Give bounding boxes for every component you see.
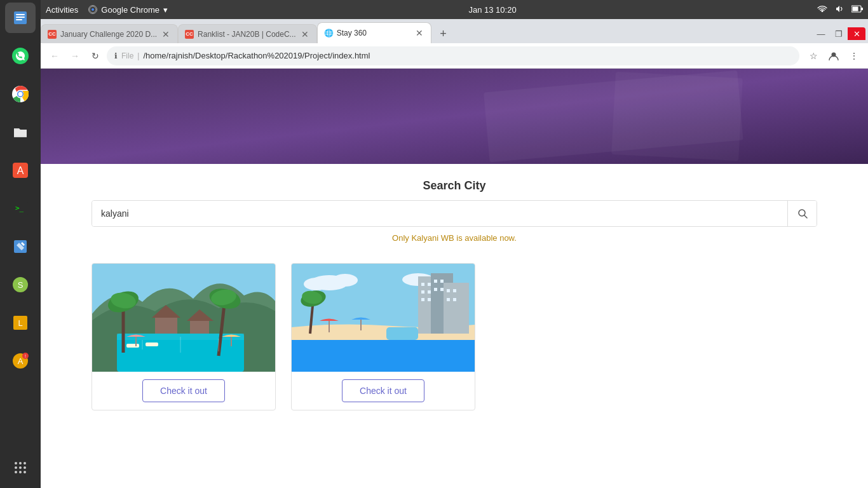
taskbar-grid-dots[interactable]: [5, 452, 36, 483]
system-topbar: Activities Google Chrome ▾ Jan 13 10:20: [41, 0, 868, 19]
address-input-wrapper[interactable]: ℹ File | /home/rajnish/Desktop/Rackathon…: [107, 46, 799, 65]
forward-button[interactable]: →: [66, 47, 84, 65]
svg-rect-75: [434, 288, 437, 291]
card-body-1: Check it out: [92, 372, 275, 410]
svg-text:>_: >_: [15, 204, 24, 212]
taskbar-icon-terminal[interactable]: >_: [5, 193, 36, 224]
svg-rect-52: [126, 344, 139, 348]
profile-button[interactable]: [825, 47, 843, 65]
property-card-2: Check it out: [291, 263, 475, 410]
tab-close-2[interactable]: ✕: [300, 29, 310, 39]
svg-text:!: !: [25, 354, 26, 358]
cards-section: Check it out: [41, 253, 868, 426]
address-right-icons: ☆ ⋮: [804, 47, 863, 65]
system-tray: [817, 4, 863, 15]
secure-icon: ℹ: [114, 51, 118, 60]
svg-rect-36: [41, 69, 868, 164]
check-out-button-2[interactable]: Check it out: [342, 379, 424, 402]
address-url[interactable]: /home/rajnish/Desktop/Rackathon%202019/P…: [143, 51, 792, 60]
svg-rect-74: [428, 290, 431, 294]
taskbar-icon-libreoffice[interactable]: L: [5, 308, 36, 338]
taskbar: A >_ S L A!: [0, 0, 41, 488]
page-content: Search City Only Kalyani WB is available…: [41, 69, 868, 488]
svg-point-31: [92, 8, 94, 11]
svg-rect-76: [440, 288, 444, 291]
svg-point-22: [19, 462, 22, 464]
tab-close-3[interactable]: ✕: [414, 28, 424, 38]
search-row: [92, 200, 817, 227]
tab-january-challenge[interactable]: CC January Challenge 2020 D... ✕: [41, 24, 178, 43]
svg-rect-73: [421, 290, 424, 294]
chrome-app-title: Google Chrome: [101, 5, 159, 15]
taskbar-icon-scilab[interactable]: S: [5, 269, 36, 300]
activities-button[interactable]: Activities: [46, 5, 78, 15]
svg-text:A: A: [17, 165, 24, 176]
taskbar-icon-folder[interactable]: [5, 117, 36, 147]
svg-point-23: [24, 462, 26, 464]
address-pipe: |: [137, 51, 139, 60]
tab-bar: CC January Challenge 2020 D... ✕ CC Rank…: [41, 19, 868, 43]
taskbar-icon-whatsapp[interactable]: [5, 41, 36, 71]
card-image-2: [292, 264, 475, 372]
svg-rect-38: [611, 72, 743, 161]
address-bar: ← → ↻ ℹ File | /home/rajnish/Desktop/Rac…: [41, 43, 868, 69]
svg-rect-85: [386, 327, 418, 340]
taskbar-icon-chrome[interactable]: [5, 79, 36, 109]
svg-point-7: [18, 92, 23, 97]
svg-point-28: [19, 471, 22, 473]
tab-stay360[interactable]: 🌐 Stay 360 ✕: [317, 22, 431, 43]
tab-title-2: Ranklist - JAN20B | CodeC...: [198, 30, 296, 39]
svg-rect-1: [16, 14, 25, 15]
svg-rect-51: [190, 321, 209, 334]
chrome-app-indicator: Google Chrome ▾: [88, 5, 168, 15]
address-separator: File: [121, 51, 133, 60]
restore-button[interactable]: ❐: [830, 27, 848, 40]
menu-button[interactable]: ⋮: [845, 47, 863, 65]
chrome-chevron[interactable]: ▾: [163, 5, 168, 15]
browser-area: Activities Google Chrome ▾ Jan 13 10:20: [41, 0, 868, 488]
svg-rect-72: [440, 280, 444, 283]
taskbar-icon-files[interactable]: [5, 3, 36, 33]
svg-point-61: [332, 274, 358, 287]
svg-rect-53: [146, 342, 158, 346]
volume-icon: [835, 4, 844, 15]
chrome-favicon: [88, 5, 97, 14]
system-clock: Jan 13 10:20: [168, 5, 817, 15]
svg-rect-78: [453, 289, 456, 292]
check-out-button-1[interactable]: Check it out: [142, 379, 225, 402]
tab-favicon-2: CC: [185, 30, 194, 39]
tab-close-1[interactable]: ✕: [161, 29, 171, 39]
search-title: Search City: [423, 179, 485, 193]
minimize-button[interactable]: —: [812, 27, 830, 40]
svg-point-62: [304, 278, 329, 290]
card-image-1: [92, 264, 275, 372]
svg-rect-79: [421, 298, 424, 301]
svg-rect-81: [447, 298, 450, 301]
svg-rect-70: [428, 283, 431, 286]
svg-point-21: [15, 462, 17, 464]
taskbar-icon-update[interactable]: A!: [5, 346, 36, 376]
svg-point-29: [24, 471, 26, 473]
svg-rect-69: [421, 283, 424, 286]
reload-button[interactable]: ↻: [86, 47, 104, 65]
window-controls: — ❐ ✕: [812, 27, 868, 43]
hero-image: [41, 69, 868, 164]
battery-icon: [851, 4, 863, 15]
svg-text:A: A: [18, 356, 24, 366]
svg-rect-2: [16, 17, 25, 18]
taskbar-icon-appstore[interactable]: A: [5, 155, 36, 186]
property-card-1: Check it out: [92, 263, 276, 410]
tab-title-3: Stay 360: [337, 29, 410, 37]
back-button[interactable]: ←: [46, 47, 64, 65]
search-input[interactable]: [92, 201, 787, 226]
close-button[interactable]: ✕: [848, 27, 865, 40]
svg-rect-50: [155, 318, 177, 334]
card-body-2: Check it out: [292, 372, 475, 410]
search-button[interactable]: [787, 201, 817, 226]
tab-ranklist[interactable]: CC Ranklist - JAN20B | CodeC... ✕: [178, 24, 317, 43]
tab-favicon-3: 🌐: [324, 29, 333, 37]
new-tab-button[interactable]: +: [434, 24, 453, 43]
bookmark-button[interactable]: ☆: [804, 47, 822, 65]
taskbar-icon-editor[interactable]: [5, 231, 36, 262]
svg-text:L: L: [18, 318, 22, 328]
